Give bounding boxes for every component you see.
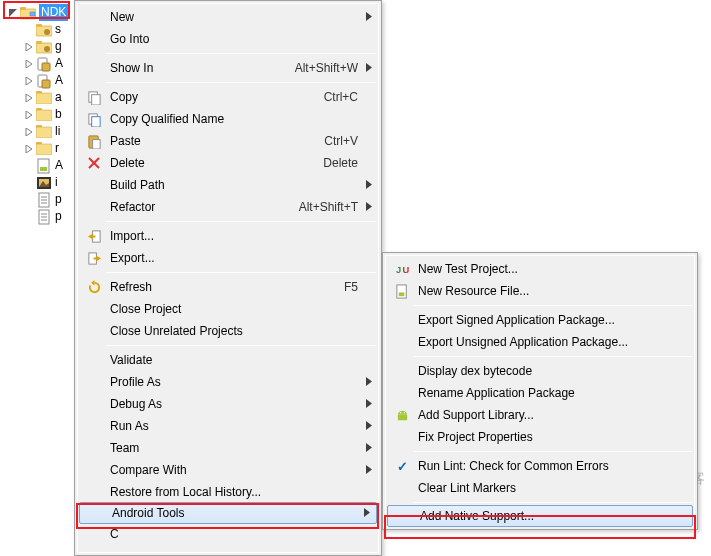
menu-item-new-resource-file[interactable]: New Resource File... <box>386 280 694 302</box>
menu-item-build-path[interactable]: Build Path <box>78 174 378 196</box>
blank-icon <box>84 60 104 76</box>
twisty-icon[interactable] <box>24 25 34 35</box>
blank-icon <box>84 199 104 215</box>
context-menu[interactable]: NewGo IntoShow InAlt+Shift+WCopyCtrl+CCo… <box>74 0 382 556</box>
blank-icon <box>392 334 412 350</box>
menu-item-close-project[interactable]: Close Project <box>78 298 378 320</box>
submenu-arrow-icon <box>366 419 372 433</box>
menu-item-validate[interactable]: Validate <box>78 349 378 371</box>
menu-item-export-signed-application-package[interactable]: Export Signed Application Package... <box>386 309 694 331</box>
menu-item-show-in[interactable]: Show InAlt+Shift+W <box>78 57 378 79</box>
twisty-icon[interactable] <box>24 76 34 86</box>
menu-item-label: Export Unsigned Application Package... <box>418 335 674 349</box>
menu-item-label: Close Unrelated Projects <box>110 324 358 338</box>
image-file <box>36 175 52 191</box>
menu-item-export-unsigned-application-package[interactable]: Export Unsigned Application Package... <box>386 331 694 353</box>
folder <box>36 107 52 123</box>
menu-separator <box>106 272 376 273</box>
twisty-icon[interactable] <box>24 110 34 120</box>
folder <box>36 90 52 106</box>
menu-item-new-test-project[interactable]: JUNew Test Project... <box>386 258 694 280</box>
blank-icon <box>84 177 104 193</box>
svg-rect-9 <box>36 41 42 44</box>
jar <box>36 73 52 89</box>
menu-separator <box>106 82 376 83</box>
menu-item-paste[interactable]: PasteCtrl+V <box>78 130 378 152</box>
junit-icon: JU <box>392 261 412 277</box>
menu-item-delete[interactable]: DeleteDelete <box>78 152 378 174</box>
menu-item-accelerator: Ctrl+V <box>312 134 358 148</box>
menu-item-profile-as[interactable]: Profile As <box>78 371 378 393</box>
menu-item-label: Paste <box>110 134 312 148</box>
tree-item-label: A <box>55 72 63 89</box>
menu-item-import[interactable]: Import... <box>78 225 378 247</box>
menu-item-label: Android Tools <box>112 506 356 520</box>
menu-item-copy-qualified-name[interactable]: Copy Qualified Name <box>78 108 378 130</box>
menu-item-label: Import... <box>110 229 358 243</box>
menu-item-run-as[interactable]: Run As <box>78 415 378 437</box>
menu-item-label: New Resource File... <box>418 284 674 298</box>
menu-item-label: C <box>110 527 358 541</box>
menu-item-debug-as[interactable]: Debug As <box>78 393 378 415</box>
menu-item-compare-with[interactable]: Compare With <box>78 459 378 481</box>
delete-icon <box>84 155 104 171</box>
submenu-arrow-icon <box>366 10 372 24</box>
menu-item-rename-application-package[interactable]: Rename Application Package <box>386 382 694 404</box>
menu-item-new[interactable]: New <box>78 6 378 28</box>
menu-item-close-unrelated-projects[interactable]: Close Unrelated Projects <box>78 320 378 342</box>
menu-item-go-into[interactable]: Go Into <box>78 28 378 50</box>
menu-item-add-support-library[interactable]: Add Support Library... <box>386 404 694 426</box>
menu-item-android-tools[interactable]: Android Tools <box>79 502 377 524</box>
text-file <box>36 209 52 225</box>
menu-item-refactor[interactable]: RefactorAlt+Shift+T <box>78 196 378 218</box>
menu-item-c[interactable]: C <box>78 523 378 545</box>
menu-item-label: New <box>110 10 358 24</box>
svg-point-70 <box>399 411 401 413</box>
menu-item-display-dex-bytecode[interactable]: Display dex bytecode <box>386 360 694 382</box>
menu-item-add-native-support[interactable]: Add Native Support... <box>387 505 693 527</box>
menu-item-refresh[interactable]: RefreshF5 <box>78 276 378 298</box>
svg-point-6 <box>44 29 50 35</box>
blank-icon <box>392 363 412 379</box>
twisty-icon[interactable] <box>24 42 34 52</box>
svg-rect-22 <box>36 110 52 121</box>
menu-item-label: Add Native Support... <box>420 509 672 523</box>
twisty-icon[interactable] <box>24 144 34 154</box>
svg-marker-53 <box>366 202 372 211</box>
menu-item-label: Validate <box>110 353 358 367</box>
menu-item-run-lint-check-for-common-errors[interactable]: ✓Run Lint: Check for Common Errors <box>386 455 694 477</box>
menu-item-label: Refactor <box>110 200 287 214</box>
menu-item-export[interactable]: Export... <box>78 247 378 269</box>
twisty-icon[interactable] <box>24 195 34 205</box>
twisty-icon[interactable] <box>24 127 34 137</box>
twisty-icon[interactable] <box>24 59 34 69</box>
blank-icon <box>84 301 104 317</box>
submenu-arrow-icon <box>366 200 372 214</box>
android-tools-submenu[interactable]: JUNew Test Project...New Resource File..… <box>382 252 698 530</box>
menu-item-label: Clear Lint Markers <box>418 481 674 495</box>
svg-marker-26 <box>26 145 32 153</box>
blank-icon <box>86 505 106 521</box>
menu-item-team[interactable]: Team <box>78 437 378 459</box>
twisty-icon[interactable] <box>24 212 34 222</box>
twisty-icon[interactable] <box>24 93 34 103</box>
menu-item-accelerator: F5 <box>332 280 358 294</box>
blank-icon <box>392 429 412 445</box>
twisty-open-icon[interactable] <box>8 8 18 18</box>
menu-item-restore-from-local-history[interactable]: Restore from Local History... <box>78 481 378 503</box>
menu-item-accelerator: Ctrl+C <box>312 90 358 104</box>
menu-item-copy[interactable]: CopyCtrl+C <box>78 86 378 108</box>
menu-item-label: Rename Application Package <box>418 386 674 400</box>
menu-item-label: Run Lint: Check for Common Errors <box>418 459 674 473</box>
menu-item-fix-project-properties[interactable]: Fix Project Properties <box>386 426 694 448</box>
twisty-icon[interactable] <box>24 161 34 171</box>
tree-item-label: s <box>55 21 61 38</box>
svg-rect-16 <box>42 80 50 88</box>
copy-icon <box>84 89 104 105</box>
tree-item-label: A <box>55 55 63 72</box>
tree-item-label: i <box>55 174 58 191</box>
menu-item-clear-lint-markers[interactable]: Clear Lint Markers <box>386 477 694 499</box>
twisty-icon[interactable] <box>24 178 34 188</box>
svg-marker-58 <box>91 280 94 286</box>
blank-icon <box>84 31 104 47</box>
